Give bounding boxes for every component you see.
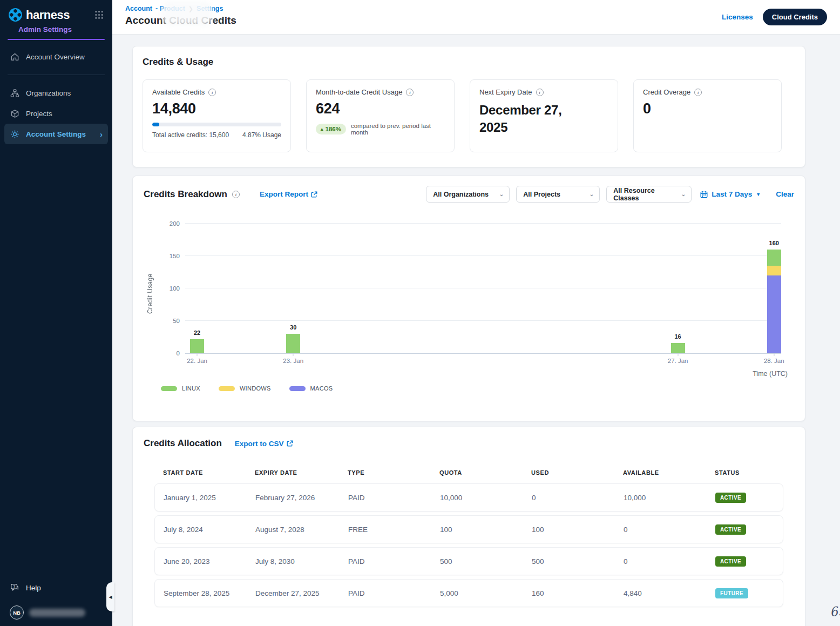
- table-cell: 5,000: [440, 589, 532, 597]
- legend-label: MACOS: [310, 385, 333, 392]
- table-row[interactable]: September 28, 2025December 27, 2025PAID5…: [154, 579, 783, 607]
- page-header: Account - Product ❯ Settings Account Clo…: [112, 0, 840, 35]
- chart-bar[interactable]: [190, 339, 204, 353]
- card-label: Credit Overage: [643, 88, 690, 96]
- credits-progress-fill: [152, 123, 159, 126]
- usage-cards-row: Available Credits i 14,840 Total active …: [143, 79, 795, 152]
- y-tick-label: 0: [177, 350, 180, 356]
- sidebar-item-account-overview[interactable]: Account Overview: [0, 46, 112, 67]
- stray-annotation: 6.: [829, 604, 840, 620]
- sidebar-item-label: Account Settings: [26, 130, 86, 138]
- info-icon[interactable]: i: [694, 89, 702, 96]
- redacted-username: [29, 609, 85, 617]
- header-actions: Licenses Cloud Credits: [722, 9, 827, 25]
- gridline: [185, 320, 781, 321]
- credits-progress-bar: [152, 123, 281, 126]
- table-cell: PAID: [348, 494, 440, 502]
- info-icon[interactable]: i: [208, 89, 216, 96]
- x-tick-mark: [678, 353, 678, 356]
- organizations-select[interactable]: All Organizations ⌄: [426, 186, 510, 203]
- chart-bar[interactable]: [671, 343, 685, 353]
- sidebar: harness Admin Settings Account Overview: [0, 0, 112, 626]
- table-cell: 10,000: [624, 494, 715, 502]
- legend-item-macos[interactable]: MACOS: [289, 385, 333, 392]
- x-tick-mark: [774, 353, 774, 356]
- bar-segment-macos: [767, 275, 781, 353]
- table-cell: FREE: [348, 526, 440, 534]
- projects-select[interactable]: All Projects ⌄: [516, 186, 600, 203]
- credits-breakdown-title: Credits Breakdown: [144, 189, 227, 200]
- breadcrumb-account-link[interactable]: Account: [125, 5, 152, 12]
- available-credits-value: 14,840: [152, 100, 281, 117]
- legend-swatch: [219, 386, 235, 391]
- sidebar-divider-purple: [8, 39, 105, 40]
- y-tick-label: 100: [170, 285, 180, 292]
- table-row[interactable]: January 1, 2025February 27, 2026PAID10,0…: [154, 483, 783, 511]
- chevron-down-icon: ⌄: [590, 191, 594, 197]
- card-label: Next Expiry Date: [479, 88, 532, 96]
- table-cell: 10,000: [440, 494, 532, 502]
- delta-value: 186%: [326, 126, 341, 132]
- chart-bar[interactable]: [286, 334, 300, 353]
- org-chart-icon: [10, 88, 19, 98]
- organizations-select-value: All Organizations: [433, 191, 489, 198]
- x-tick-label: 22. Jan: [187, 358, 207, 364]
- date-range-picker[interactable]: Last 7 Days ▼: [700, 190, 761, 198]
- table-row[interactable]: July 8, 2024August 7, 2028FREE1001000ACT…: [154, 515, 783, 543]
- clear-filters-link[interactable]: Clear: [776, 190, 794, 198]
- available-credits-card: Available Credits i 14,840 Total active …: [143, 79, 291, 152]
- cloud-credits-button[interactable]: Cloud Credits: [763, 9, 827, 25]
- info-icon[interactable]: i: [232, 191, 240, 198]
- avatar[interactable]: NB: [10, 605, 24, 620]
- sidebar-nav: Account Overview Organizations Pr: [0, 46, 112, 144]
- x-tick-label: 23. Jan: [283, 358, 303, 364]
- allocation-table-body: January 1, 2025February 27, 2026PAID10,0…: [154, 483, 783, 607]
- table-cell: September 28, 2025: [164, 589, 255, 597]
- credits-breakdown-panel: Credits Breakdown i Export Report All Or…: [132, 176, 805, 421]
- resource-classes-select-value: All Resource Classes: [613, 187, 681, 202]
- export-report-link[interactable]: Export Report: [260, 190, 317, 198]
- module-grid-icon[interactable]: [94, 10, 104, 22]
- column-header: TYPE: [348, 469, 439, 476]
- legend-item-windows[interactable]: WINDOWS: [219, 385, 271, 392]
- card-label: Available Credits: [152, 88, 205, 96]
- export-report-label: Export Report: [260, 190, 308, 198]
- chevron-down-icon: ⌄: [499, 191, 504, 197]
- bar-value-label: 160: [769, 240, 779, 246]
- help-button[interactable]: ? Help: [0, 577, 112, 598]
- redacted-account-name: [162, 1, 213, 26]
- sidebar-item-projects[interactable]: Projects: [0, 103, 112, 124]
- x-axis-title: Time (UTC): [753, 370, 788, 378]
- main-area: Account - Product ❯ Settings Account Clo…: [112, 0, 840, 626]
- sidebar-item-account-settings[interactable]: Account Settings ›: [4, 124, 108, 144]
- x-tick-label: 27. Jan: [668, 358, 688, 364]
- export-csv-link[interactable]: Export to CSV: [235, 440, 293, 448]
- column-header: AVAILABLE: [623, 469, 715, 476]
- sidebar-item-organizations[interactable]: Organizations: [0, 83, 112, 103]
- info-icon[interactable]: i: [536, 89, 544, 96]
- column-header: USED: [531, 469, 623, 476]
- table-row[interactable]: June 20, 2023July 8, 2030PAID5005000ACTI…: [154, 547, 783, 575]
- status-badge: ACTIVE: [715, 524, 746, 535]
- x-tick-label: 28. Jan: [764, 358, 784, 364]
- legend-item-linux[interactable]: LINUX: [161, 385, 200, 392]
- svg-text:?: ?: [13, 584, 15, 588]
- resource-classes-select[interactable]: All Resource Classes ⌄: [606, 186, 692, 203]
- table-cell: 0: [532, 494, 624, 502]
- status-badge: ACTIVE: [715, 493, 746, 503]
- info-icon[interactable]: i: [406, 89, 414, 96]
- table-cell: December 27, 2025: [255, 589, 348, 597]
- cube-icon: [10, 109, 19, 118]
- external-link-icon: [287, 440, 293, 447]
- breakdown-header: Credits Breakdown i Export Report All Or…: [144, 186, 794, 203]
- user-row[interactable]: NB: [0, 598, 112, 625]
- bar-segment-linux: [671, 343, 685, 353]
- chart-bar[interactable]: [767, 250, 781, 353]
- licenses-link[interactable]: Licenses: [722, 13, 753, 21]
- sidebar-collapse-handle[interactable]: ◀: [106, 582, 114, 611]
- external-link-icon: [311, 191, 317, 198]
- table-cell: 100: [440, 526, 532, 534]
- sidebar-item-label: Account Overview: [26, 53, 85, 61]
- table-cell: 500: [532, 557, 624, 566]
- gridline: [185, 223, 781, 224]
